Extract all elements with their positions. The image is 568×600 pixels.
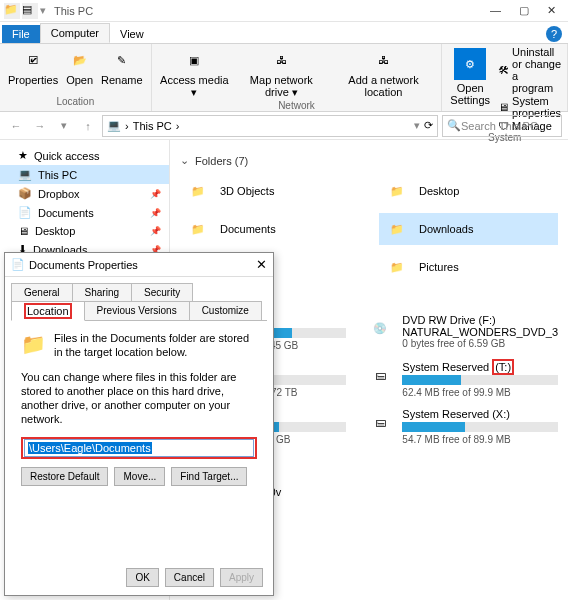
open-settings-button[interactable]: ⚙Open Settings [448,46,492,108]
find-target-button[interactable]: Find Target... [171,467,247,486]
sidebar-item-label: Documents [38,207,94,219]
tab-location[interactable]: Location [11,301,85,321]
sidebar-icon: 📦 [18,187,32,200]
ribbon: 🗹Properties 📂Open ✎Rename Location ▣Acce… [0,44,568,112]
crumb-thispc[interactable]: This PC [133,120,172,132]
dialog-icon: 📄 [11,258,25,271]
drive-freespace: 54.7 MB free of 89.9 MB [402,434,558,445]
add-network-button[interactable]: 🖧Add a network location [332,46,436,100]
drive-name: DVD RW Drive (F:) [402,314,558,326]
dialog-titlebar: 📄 Documents Properties ✕ [5,253,273,277]
dialog-title: Documents Properties [29,259,138,271]
folder-label: Downloads [419,223,473,235]
folder-icon: 📁 [184,179,212,203]
folder-icon: 📁 [383,255,411,279]
access-media-button[interactable]: ▣Access media ▾ [158,46,231,100]
folder-icon: 📁 [21,331,46,360]
uninstall-link[interactable]: 🛠Uninstall or change a program [498,46,561,94]
sidebar-icon: ★ [18,149,28,162]
apply-button[interactable]: Apply [220,568,263,587]
help-icon[interactable]: ? [546,26,562,42]
tab-view[interactable]: View [110,25,154,43]
dialog-close-button[interactable]: ✕ [256,257,267,272]
sidebar-item-quick-access[interactable]: ★Quick access [0,146,169,165]
search-icon: 🔍 [447,119,461,132]
rename-button[interactable]: ✎Rename [99,46,145,88]
sidebar-item-label: Quick access [34,150,99,162]
address-bar: ← → ▾ ↑ 💻 › This PC › ▾ ⟳ 🔍 Search This … [0,112,568,140]
sidebar-item-this-pc[interactable]: 💻This PC [0,165,169,184]
dialog-tabs: General Sharing Security Location Previo… [5,277,273,320]
tab-computer[interactable]: Computer [40,23,110,43]
maximize-button[interactable]: ▢ [519,4,529,17]
drive-freespace: 62.4 MB free of 99.9 MB [402,387,558,398]
qat-btn[interactable]: ▤ [22,3,38,19]
drive-freespace: 0 bytes free of 6.59 GB [402,338,558,349]
sidebar-item-desktop[interactable]: 🖥Desktop📌 [0,222,169,240]
drive-icon: 🖴 [366,361,394,389]
location-desc-1: Files in the Documents folder are stored… [54,331,257,360]
location-path-input[interactable]: \Users\Eagle\Documents [24,439,254,457]
tab-security[interactable]: Security [131,283,193,302]
drive-item[interactable]: 🖴System Reserved (X:)54.7 MB free of 89.… [366,408,558,445]
sidebar-icon: 📄 [18,206,32,219]
pin-icon: 📌 [150,208,161,218]
recent-dropdown[interactable]: ▾ [54,116,74,136]
folder-documents[interactable]: 📁Documents [180,213,359,245]
folder-label: 3D Objects [220,185,274,197]
ribbon-tabs: File Computer View [0,22,568,44]
titlebar: 📁 ▤ ▾ This PC — ▢ ✕ [0,0,568,22]
pin-icon: 📌 [150,226,161,236]
group-location-label: Location [6,96,145,109]
tab-sharing[interactable]: Sharing [72,283,132,302]
drive-icon: 🖴 [366,408,394,436]
up-button[interactable]: ↑ [78,116,98,136]
sidebar-icon: 💻 [18,168,32,181]
breadcrumb[interactable]: 💻 › This PC › ▾ ⟳ [102,115,438,137]
forward-button[interactable]: → [30,116,50,136]
restore-default-button[interactable]: Restore Default [21,467,108,486]
ok-button[interactable]: OK [126,568,158,587]
folder-label: Documents [220,223,276,235]
sidebar-item-label: This PC [38,169,77,181]
folder-icon: 📁 [383,217,411,241]
sidebar-icon: 🖥 [18,225,29,237]
search-input[interactable]: 🔍 Search This PC [442,115,562,137]
folder-label: Desktop [419,185,459,197]
folders-header[interactable]: ⌄Folders (7) [180,154,558,167]
minimize-button[interactable]: — [490,4,501,17]
folder-downloads[interactable]: 📁Downloads [379,213,558,245]
folder-pictures[interactable]: 📁Pictures [379,251,558,283]
tab-previous-versions[interactable]: Previous Versions [84,301,190,321]
explorer-icon: 📁 [4,3,20,19]
tab-file[interactable]: File [2,25,40,43]
map-drive-button[interactable]: 🖧Map network drive ▾ [235,46,328,100]
drive-item[interactable]: 💿DVD RW Drive (F:)NATURAL_WONDERS_DVD_30… [366,314,558,351]
sidebar-item-label: Dropbox [38,188,80,200]
folder-3d-objects[interactable]: 📁3D Objects [180,175,359,207]
open-button[interactable]: 📂Open [64,46,95,88]
folder-desktop[interactable]: 📁Desktop [379,175,558,207]
refresh-button[interactable]: ⟳ [424,119,433,132]
group-network-label: Network [158,100,436,113]
close-button[interactable]: ✕ [547,4,556,17]
properties-button[interactable]: 🗹Properties [6,46,60,88]
cancel-button[interactable]: Cancel [165,568,214,587]
qat-dropdown[interactable]: ▾ [40,4,46,17]
properties-dialog: 📄 Documents Properties ✕ General Sharing… [4,252,274,596]
pin-icon: 📌 [150,189,161,199]
folder-icon: 📁 [383,179,411,203]
sysprops-icon: 🖥 [498,101,509,113]
sidebar-item-documents[interactable]: 📄Documents📌 [0,203,169,222]
sidebar-item-dropbox[interactable]: 📦Dropbox📌 [0,184,169,203]
tab-customize[interactable]: Customize [189,301,262,321]
folder-icon: 📁 [184,217,212,241]
drive-name: System Reserved (X:) [402,408,558,420]
tab-general[interactable]: General [11,283,73,302]
uninstall-icon: 🛠 [498,64,509,76]
back-button[interactable]: ← [6,116,26,136]
drive-icon: 💿 [366,314,394,342]
pc-icon: 💻 [107,119,121,132]
move-button[interactable]: Move... [114,467,165,486]
drive-item[interactable]: 🖴System Reserved (T:)62.4 MB free of 99.… [366,361,558,398]
